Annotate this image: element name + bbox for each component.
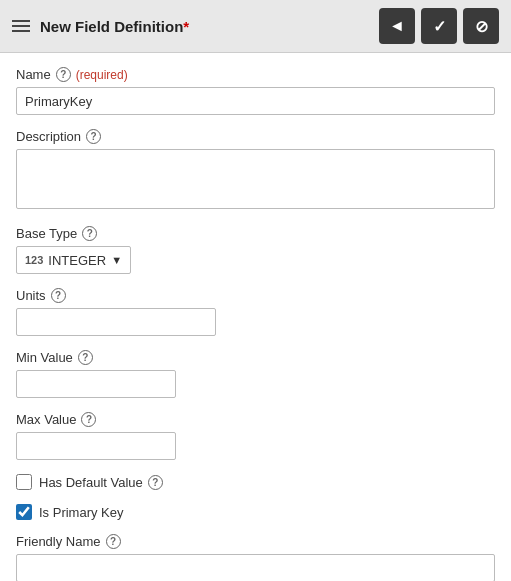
header-actions: ◄ ✓ ⊘ [379, 8, 499, 44]
min-value-field-group: Min Value ? [16, 350, 495, 398]
units-label-row: Units ? [16, 288, 495, 303]
friendly-name-field-group: Friendly Name ? [16, 534, 495, 581]
has-default-help-icon[interactable]: ? [148, 475, 163, 490]
min-value-label: Min Value [16, 350, 73, 365]
description-label: Description [16, 129, 81, 144]
max-value-help-icon[interactable]: ? [81, 412, 96, 427]
description-help-icon[interactable]: ? [86, 129, 101, 144]
page-title: New Field Definition* [40, 18, 189, 35]
has-default-checkbox[interactable] [16, 474, 32, 490]
form-content: Name ? (required) Description ? Base Typ… [0, 53, 511, 581]
base-type-field-group: Base Type ? 123 INTEGER ▼ [16, 226, 495, 274]
units-help-icon[interactable]: ? [51, 288, 66, 303]
is-primary-checkbox[interactable] [16, 504, 32, 520]
has-default-label-row[interactable]: Has Default Value ? [39, 475, 163, 490]
name-label-row: Name ? (required) [16, 67, 495, 82]
name-field-group: Name ? (required) [16, 67, 495, 115]
max-value-label-row: Max Value ? [16, 412, 495, 427]
has-default-group: Has Default Value ? [16, 474, 495, 490]
friendly-name-input[interactable] [16, 554, 495, 581]
title-text: New Field Definition [40, 18, 183, 35]
base-type-value: INTEGER [48, 253, 106, 268]
units-input[interactable] [16, 308, 216, 336]
max-value-label: Max Value [16, 412, 76, 427]
max-value-field-group: Max Value ? [16, 412, 495, 460]
is-primary-label[interactable]: Is Primary Key [39, 505, 124, 520]
friendly-name-help-icon[interactable]: ? [106, 534, 121, 549]
friendly-name-label-row: Friendly Name ? [16, 534, 495, 549]
name-label: Name [16, 67, 51, 82]
header-left: New Field Definition* [12, 18, 189, 35]
description-label-row: Description ? [16, 129, 495, 144]
max-value-input[interactable] [16, 432, 176, 460]
friendly-name-label: Friendly Name [16, 534, 101, 549]
name-help-icon[interactable]: ? [56, 67, 71, 82]
is-primary-group: Is Primary Key [16, 504, 495, 520]
min-value-label-row: Min Value ? [16, 350, 495, 365]
min-value-help-icon[interactable]: ? [78, 350, 93, 365]
has-default-label: Has Default Value [39, 475, 143, 490]
base-type-help-icon[interactable]: ? [82, 226, 97, 241]
base-type-icon: 123 [25, 254, 43, 266]
min-value-input[interactable] [16, 370, 176, 398]
name-required-text: (required) [76, 68, 128, 82]
units-field-group: Units ? [16, 288, 495, 336]
required-marker: * [183, 18, 189, 35]
save-button[interactable]: ✓ [421, 8, 457, 44]
base-type-label: Base Type [16, 226, 77, 241]
menu-icon[interactable] [12, 20, 30, 32]
cancel-button[interactable]: ⊘ [463, 8, 499, 44]
description-input[interactable] [16, 149, 495, 209]
description-field-group: Description ? [16, 129, 495, 212]
base-type-arrow-icon: ▼ [111, 254, 122, 266]
page-header: New Field Definition* ◄ ✓ ⊘ [0, 0, 511, 53]
base-type-label-row: Base Type ? [16, 226, 495, 241]
base-type-select[interactable]: 123 INTEGER ▼ [16, 246, 131, 274]
name-input[interactable] [16, 87, 495, 115]
units-label: Units [16, 288, 46, 303]
back-button[interactable]: ◄ [379, 8, 415, 44]
